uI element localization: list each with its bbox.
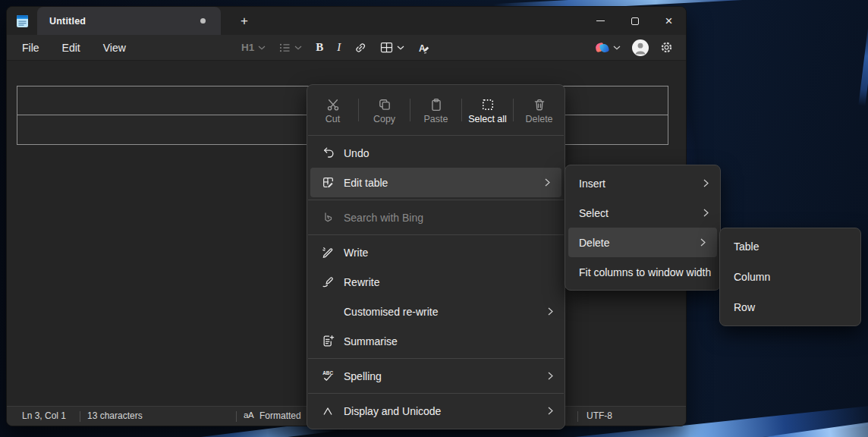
- menu-item-label: Fit columns to window width: [579, 266, 711, 278]
- action-label: Select all: [468, 114, 507, 124]
- menu-item-undo[interactable]: Undo: [307, 138, 565, 168]
- action-label: Copy: [373, 114, 395, 124]
- title-bar[interactable]: Untitled + ×: [7, 7, 686, 35]
- minimize-icon: [596, 20, 605, 21]
- menu-separator: [308, 200, 564, 200]
- select-all-button[interactable]: Select all: [462, 96, 513, 124]
- encoding: UTF-8: [587, 410, 612, 421]
- menu-view[interactable]: View: [96, 39, 134, 57]
- menu-file[interactable]: File: [14, 39, 47, 57]
- chevron-down-icon: [613, 46, 621, 50]
- new-tab-button[interactable]: +: [233, 11, 256, 31]
- menu-item-label: Spelling: [344, 370, 382, 382]
- copilot-icon: [596, 42, 609, 53]
- undo-icon: [320, 146, 335, 159]
- format-toolbar: H1 B I: [234, 38, 438, 57]
- submenu-item-fit-columns[interactable]: Fit columns to window width: [565, 257, 720, 287]
- menu-edit[interactable]: Edit: [55, 39, 88, 57]
- menu-item-edit-table[interactable]: Edit table: [310, 168, 561, 197]
- account-button[interactable]: [632, 39, 649, 56]
- menu-item-rewrite[interactable]: Rewrite: [307, 267, 565, 297]
- summarise-icon: [320, 335, 335, 347]
- clear-formatting-button[interactable]: A: [411, 39, 438, 57]
- toolbar-right-group: [590, 38, 678, 57]
- menu-separator: [308, 358, 564, 359]
- svg-text:A: A: [419, 42, 426, 53]
- close-button[interactable]: ×: [652, 7, 686, 35]
- paste-button[interactable]: Paste: [410, 96, 461, 124]
- select-all-icon: [481, 98, 495, 112]
- status-divider: [236, 411, 237, 422]
- chevron-right-icon: [703, 179, 709, 187]
- wallpaper-streak: [683, 417, 868, 437]
- bing-icon: [320, 212, 335, 224]
- bold-icon: B: [316, 41, 323, 54]
- format-mode: Formatted: [259, 410, 301, 421]
- insert-link-button[interactable]: [348, 39, 373, 57]
- chevron-down-icon: [258, 46, 266, 50]
- submenu-item-delete[interactable]: Delete: [568, 228, 717, 257]
- menu-item-summarise[interactable]: Summarise: [307, 326, 565, 356]
- table-icon: [380, 42, 393, 53]
- menu-item-label: Summarise: [344, 335, 398, 347]
- minimize-button[interactable]: [583, 7, 618, 35]
- status-divider: [577, 411, 578, 422]
- action-label: Delete: [525, 114, 552, 124]
- heading-label: H1: [241, 42, 254, 53]
- submenu-item-select[interactable]: Select: [565, 198, 720, 228]
- delete-icon: [533, 98, 546, 112]
- unsaved-indicator-dot: [200, 18, 206, 24]
- submenu-item-row[interactable]: Row: [720, 292, 860, 322]
- menu-item-customised-rewrite[interactable]: Customised re-write: [307, 297, 565, 326]
- menu-item-label: Select: [579, 207, 609, 219]
- menu-item-label: Customised re-write: [344, 306, 438, 318]
- action-label: Cut: [326, 114, 340, 124]
- menu-item-search-with-bing[interactable]: Search with Bing: [307, 203, 565, 232]
- chevron-right-icon: [548, 372, 553, 380]
- settings-button[interactable]: [655, 38, 678, 57]
- rewrite-icon: [320, 275, 335, 288]
- delete-submenu: Table Column Row: [719, 228, 861, 326]
- menu-item-label: Edit table: [344, 177, 388, 189]
- cursor-position: Ln 3, Col 1: [22, 410, 66, 421]
- maximize-button[interactable]: [618, 7, 652, 35]
- copilot-button[interactable]: [590, 39, 626, 56]
- avatar-icon: [632, 39, 649, 56]
- italic-button[interactable]: I: [330, 38, 348, 57]
- status-divider: [80, 411, 80, 422]
- menu-item-label: Display and Unicode: [344, 405, 441, 417]
- desktop: Untitled + × File Edit View H1: [0, 0, 868, 437]
- bold-button[interactable]: B: [309, 38, 330, 57]
- submenu-item-column[interactable]: Column: [720, 262, 860, 292]
- menu-separator: [308, 393, 564, 394]
- context-menu: Cut Copy Paste: [307, 84, 565, 429]
- menu-item-write[interactable]: Write: [307, 237, 565, 267]
- gear-icon: [660, 41, 673, 54]
- list-style-button[interactable]: [272, 39, 309, 56]
- delete-button[interactable]: Delete: [514, 96, 565, 124]
- context-menu-actions: Cut Copy Paste: [307, 87, 565, 133]
- edit-table-icon: [320, 176, 335, 189]
- menu-item-display-and-unicode[interactable]: Display and Unicode: [307, 396, 565, 426]
- menu-item-label: Column: [734, 271, 770, 283]
- tab-untitled[interactable]: Untitled: [37, 7, 221, 35]
- copy-button[interactable]: Copy: [359, 96, 410, 124]
- menu-item-label: Row: [734, 301, 755, 313]
- chevron-right-icon: [545, 178, 550, 187]
- cut-button[interactable]: Cut: [307, 96, 358, 124]
- chevron-down-icon: [294, 46, 302, 50]
- paste-icon: [429, 98, 443, 112]
- close-icon: ×: [665, 14, 673, 27]
- caret-icon: [320, 406, 335, 417]
- toolbar: File Edit View H1 B I: [7, 35, 686, 61]
- menu-item-label: Rewrite: [344, 276, 379, 288]
- insert-table-button[interactable]: [373, 39, 411, 56]
- menu-item-label: Insert: [579, 178, 605, 190]
- menu-item-spelling[interactable]: ABC Spelling: [307, 361, 565, 391]
- submenu-item-table[interactable]: Table: [720, 231, 860, 262]
- menu-item-label: Undo: [344, 147, 369, 159]
- menu-separator: [308, 135, 564, 136]
- heading-style-button[interactable]: H1: [234, 39, 272, 56]
- submenu-item-insert[interactable]: Insert: [565, 168, 720, 198]
- svg-text:ABC: ABC: [322, 370, 333, 376]
